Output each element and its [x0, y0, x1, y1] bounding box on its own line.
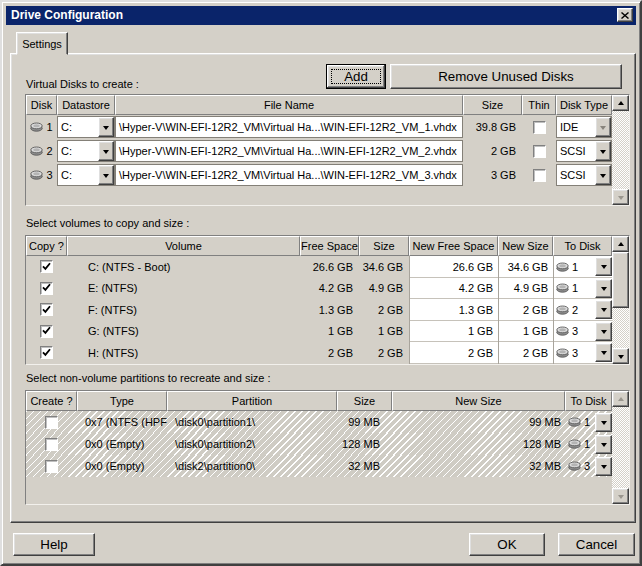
new-free-space-cell[interactable]: 4.2 GB	[409, 278, 498, 300]
scroll-up-button[interactable]	[612, 95, 629, 111]
dropdown-button[interactable]	[595, 300, 612, 319]
help-button[interactable]: Help	[13, 533, 95, 556]
checkbox[interactable]	[533, 121, 546, 134]
column-header-label: Disk Type	[560, 99, 608, 111]
checkbox[interactable]	[45, 416, 58, 429]
scroll-down-button[interactable]	[612, 348, 629, 364]
checkbox[interactable]	[533, 169, 546, 182]
cell-text: 0x7 (NTFS (HPFS))	[77, 416, 167, 428]
column-header: Disk	[26, 95, 57, 115]
chevron-down-icon	[601, 330, 607, 337]
new-size-cell[interactable]: 34.6 GB	[498, 256, 553, 278]
dropdown-button[interactable]	[98, 165, 114, 185]
datastore-combo[interactable]: C:	[57, 164, 115, 186]
disk-type-combo[interactable]: IDE	[556, 116, 612, 138]
check-icon	[42, 325, 51, 337]
triangle-down-icon	[618, 495, 624, 502]
new-free-space-cell[interactable]: 26.6 GB	[409, 256, 498, 278]
scrollbar[interactable]	[612, 95, 629, 205]
table-body: C: (NTFS - Boot)26.6 GB34.6 GB26.6 GB34.…	[26, 256, 612, 364]
checkbox[interactable]	[40, 260, 53, 273]
cell: 26.6 GB	[300, 256, 359, 278]
chevron-down-icon	[600, 126, 606, 133]
new-size-cell[interactable]: 1 GB	[498, 321, 553, 343]
cell-text: G: (NTFS)	[67, 325, 139, 337]
field-text: \Hyper-V\WIN-EFI-12R2_VM\Virtual Ha...\W…	[116, 121, 460, 133]
chevron-down-icon	[601, 465, 607, 472]
dropdown-button[interactable]	[595, 165, 611, 185]
scrollbar[interactable]	[612, 236, 629, 364]
cancel-button[interactable]: Cancel	[558, 533, 635, 556]
to-disk-cell: 3	[553, 321, 612, 343]
volume-row: H: (NTFS)2 GB2 GB2 GB2 GB3	[26, 342, 612, 364]
datastore-combo[interactable]: C:	[57, 116, 115, 138]
volumes-label: Select volumes to copy and size :	[26, 217, 189, 229]
dropdown-button[interactable]	[595, 457, 612, 476]
cell: \disk0\partition1\	[167, 411, 337, 433]
new-size-cell[interactable]: 2 GB	[498, 342, 553, 364]
remove-unused-disks-button[interactable]: Remove Unused Disks	[390, 64, 622, 89]
new-size-cell[interactable]: 2 GB	[498, 299, 553, 321]
new-free-space-cell[interactable]: 1.3 GB	[409, 299, 498, 321]
dropdown-button[interactable]	[595, 141, 611, 161]
dropdown-button[interactable]	[595, 343, 612, 362]
new-free-space-cell[interactable]: 2 GB	[409, 342, 498, 364]
checkbox[interactable]	[40, 282, 53, 295]
ok-button[interactable]: OK	[469, 533, 545, 556]
triangle-down-icon	[618, 196, 624, 203]
scrollbar-thumb[interactable]	[612, 252, 629, 308]
cell-text: 34.6 GB	[508, 261, 553, 273]
disk-number-cell: 3	[26, 163, 57, 187]
scroll-up-button[interactable]	[612, 391, 629, 407]
new-size-cell[interactable]: 4.9 GB	[498, 278, 553, 300]
cell: IDE	[556, 115, 612, 139]
dropdown-button[interactable]	[595, 413, 612, 432]
cell: 99 MB	[392, 411, 565, 433]
scroll-down-button[interactable]	[612, 189, 629, 205]
add-button[interactable]: Add	[326, 64, 386, 89]
disk-icon	[556, 262, 569, 272]
volume-row: E: (NTFS)4.2 GB4.9 GB4.2 GB4.9 GB1	[26, 278, 612, 300]
cell: H: (NTFS)	[67, 342, 300, 364]
tab-settings[interactable]: Settings	[16, 32, 68, 55]
datastore-combo[interactable]: C:	[57, 140, 115, 162]
cell: F: (NTFS)	[67, 299, 300, 321]
file-name-field[interactable]: \Hyper-V\WIN-EFI-12R2_VM\Virtual Ha...\W…	[115, 116, 463, 138]
file-name-field[interactable]: \Hyper-V\WIN-EFI-12R2_VM\Virtual Ha...\W…	[115, 164, 463, 186]
dropdown-button[interactable]	[98, 141, 114, 161]
checkbox[interactable]	[40, 325, 53, 338]
disk-number: 2	[46, 145, 52, 157]
checkbox[interactable]	[45, 460, 58, 473]
dropdown-button[interactable]	[595, 257, 612, 276]
column-header-label: Partition	[232, 395, 272, 407]
dropdown-button[interactable]	[595, 322, 612, 341]
column-header-label: Create ?	[30, 395, 72, 407]
checkbox[interactable]	[533, 145, 546, 158]
checkbox[interactable]	[45, 438, 58, 451]
checkbox[interactable]	[40, 303, 53, 316]
virtual-disk-row: 2C:\Hyper-V\WIN-EFI-12R2_VM\Virtual Ha..…	[26, 139, 612, 163]
file-name-field[interactable]: \Hyper-V\WIN-EFI-12R2_VM\Virtual Ha...\W…	[115, 140, 463, 162]
partition-row: 0x0 (Empty)\disk0\partition2\128 MB128 M…	[26, 433, 612, 455]
table-header-row: DiskDatastoreFile NameSizeThinDisk Type	[26, 95, 612, 115]
scroll-down-button[interactable]	[612, 488, 629, 504]
dropdown-button[interactable]	[595, 435, 612, 454]
checkbox[interactable]	[40, 346, 53, 359]
cell: 32 MB	[392, 455, 565, 477]
scroll-up-button[interactable]	[612, 236, 629, 252]
checkbox-cell	[26, 256, 67, 278]
disk-type-combo[interactable]: SCSI	[556, 164, 612, 186]
cell-text: 1.3 GB	[319, 304, 359, 316]
cell-text: 32 MB	[529, 460, 565, 472]
scrollbar[interactable]	[612, 391, 629, 504]
dropdown-button[interactable]	[595, 279, 612, 298]
disk-icon	[30, 170, 43, 180]
table-body: 1C:\Hyper-V\WIN-EFI-12R2_VM\Virtual Ha..…	[26, 115, 612, 205]
disk-type-combo[interactable]: SCSI	[556, 140, 612, 162]
dropdown-button[interactable]	[98, 117, 114, 137]
close-button[interactable]	[617, 8, 633, 22]
combo-value: SCSI	[557, 169, 595, 181]
new-free-space-cell[interactable]: 1 GB	[409, 321, 498, 343]
chevron-down-icon	[600, 150, 606, 157]
check-icon	[42, 304, 51, 316]
